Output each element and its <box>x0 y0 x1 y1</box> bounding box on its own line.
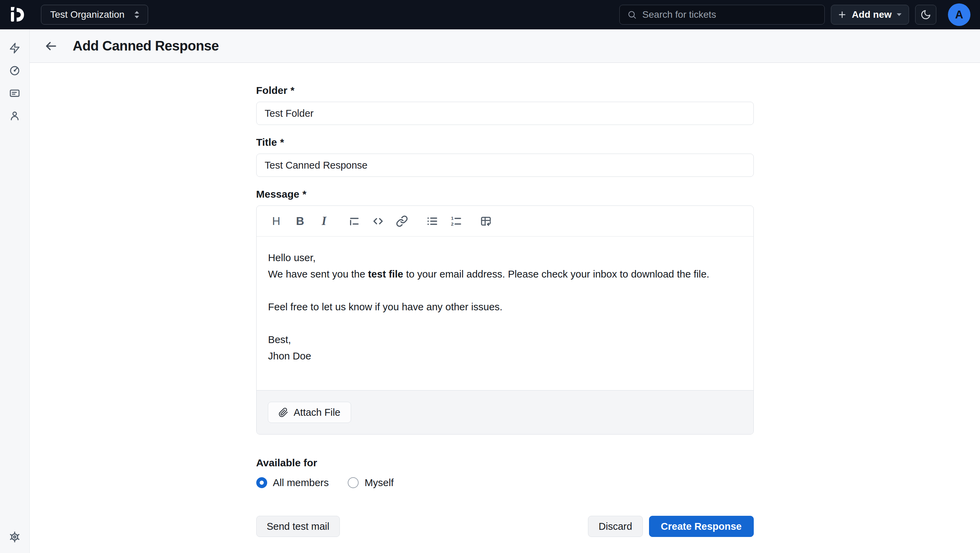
search-icon <box>627 10 637 19</box>
required-asterisk: * <box>290 84 294 96</box>
editor-toolbar: H B I <box>256 206 753 237</box>
message-paragraph: Hello user, We have sent you the test fi… <box>268 250 742 282</box>
available-for-label: Available for <box>256 457 754 469</box>
message-body-editor[interactable]: Hello user, We have sent you the test fi… <box>256 237 753 390</box>
moon-icon <box>920 9 931 20</box>
deskpro-logo-icon[interactable] <box>8 5 27 24</box>
user-avatar[interactable]: A <box>948 3 970 26</box>
ticket-search <box>619 5 825 25</box>
blockquote-icon[interactable] <box>347 213 361 229</box>
folder-field-group: Folder* <box>256 84 754 125</box>
discard-button[interactable]: Discard <box>588 516 643 537</box>
folder-input[interactable] <box>256 102 754 125</box>
sidebar-nav <box>0 29 30 553</box>
link-icon[interactable] <box>395 213 409 229</box>
topbar: Test Organization Add new <box>0 0 980 29</box>
dark-mode-toggle[interactable] <box>915 5 936 25</box>
chevron-down-icon <box>896 13 902 16</box>
radio-myself[interactable]: Myself <box>348 477 393 488</box>
attach-file-button[interactable]: Attach File <box>268 402 351 423</box>
add-new-button[interactable]: Add new <box>831 5 909 25</box>
required-asterisk: * <box>280 137 284 148</box>
attach-file-label: Attach File <box>294 407 340 418</box>
org-switcher-label: Test Organization <box>50 9 124 20</box>
ordered-list-icon[interactable]: 1 2 <box>449 213 463 229</box>
gear-icon[interactable] <box>9 531 21 543</box>
gauge-icon[interactable] <box>9 65 21 76</box>
radio-button[interactable] <box>256 477 267 488</box>
up-down-chevron-icon <box>134 10 140 19</box>
radio-label: All members <box>273 477 329 488</box>
search-input[interactable] <box>642 9 817 20</box>
editor-footer: Attach File <box>256 390 753 434</box>
available-for-group: Available for All members Myself <box>256 457 754 488</box>
add-new-label: Add new <box>852 9 892 20</box>
svg-text:1: 1 <box>451 216 453 221</box>
message-field-group: Message* H B I <box>256 188 754 435</box>
back-arrow-icon[interactable] <box>45 40 58 53</box>
send-test-mail-button[interactable]: Send test mail <box>256 516 340 537</box>
radio-button[interactable] <box>348 477 359 488</box>
title-input[interactable] <box>256 154 754 177</box>
required-asterisk: * <box>302 188 306 200</box>
heading-icon[interactable]: H <box>270 213 283 229</box>
main-content: Folder* Title* Message* H <box>30 63 980 553</box>
paperclip-icon <box>278 408 288 418</box>
italic-icon[interactable]: I <box>317 213 331 229</box>
app-window: Test Organization Add new <box>0 0 980 553</box>
page-header: Add Canned Response <box>30 29 980 63</box>
person-icon[interactable] <box>9 110 21 121</box>
ticket-card-icon[interactable] <box>9 88 21 99</box>
page-title: Add Canned Response <box>73 38 219 54</box>
rich-text-editor: H B I <box>256 206 754 435</box>
avatar-initial: A <box>955 8 963 21</box>
title-label: Title* <box>256 137 754 148</box>
radio-label: Myself <box>364 477 393 488</box>
bold-icon[interactable]: B <box>293 213 307 229</box>
available-for-options: All members Myself <box>256 477 754 488</box>
code-icon[interactable] <box>371 213 385 229</box>
lightning-icon[interactable] <box>9 42 21 54</box>
plus-icon <box>837 10 847 19</box>
title-field-group: Title* <box>256 137 754 177</box>
insert-table-icon[interactable] <box>479 213 493 229</box>
folder-label: Folder* <box>256 84 754 96</box>
message-label: Message* <box>256 188 754 200</box>
bullet-list-icon[interactable] <box>425 213 439 229</box>
canned-response-form: Folder* Title* Message* H <box>256 84 754 537</box>
form-actions: Send test mail Discard Create Response <box>256 516 754 537</box>
org-switcher[interactable]: Test Organization <box>41 5 148 25</box>
message-paragraph: Feel free to let us know if you have any… <box>268 299 742 315</box>
svg-text:2: 2 <box>451 221 453 226</box>
radio-all-members[interactable]: All members <box>256 477 329 488</box>
message-paragraph: Best, Jhon Doe <box>268 331 742 364</box>
create-response-button[interactable]: Create Response <box>649 516 754 537</box>
